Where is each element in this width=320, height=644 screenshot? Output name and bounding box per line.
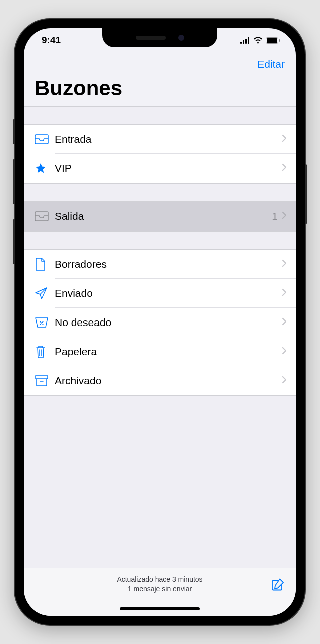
- speaker-grille: [136, 36, 166, 40]
- chevron-right-icon: [282, 134, 287, 144]
- notch: [102, 28, 218, 47]
- mailbox-label: Salida: [55, 210, 272, 222]
- volume-down-button: [13, 219, 15, 264]
- mailbox-label: No deseado: [55, 316, 282, 329]
- updated-text: Actualizado hace 3 minutos: [117, 575, 202, 584]
- svg-rect-1: [243, 40, 244, 44]
- mailbox-inbox[interactable]: Entrada: [24, 125, 296, 154]
- star-icon: [35, 162, 55, 174]
- mailbox-list[interactable]: Entrada VIP: [24, 106, 296, 568]
- mailbox-label: Papelera: [55, 346, 282, 358]
- chevron-right-icon: [282, 259, 287, 269]
- battery-icon: [266, 37, 280, 44]
- svg-rect-7: [36, 135, 48, 144]
- list-group-account: Borradores Enviado: [24, 249, 296, 396]
- compose-icon: [271, 577, 285, 591]
- section-spacer: [24, 231, 296, 249]
- side-button: [305, 164, 307, 224]
- mailbox-label: Archivado: [55, 375, 282, 387]
- chevron-right-icon: [282, 317, 287, 328]
- chevron-right-icon: [282, 288, 287, 298]
- section-spacer: [24, 106, 296, 124]
- toolbar: Actualizado hace 3 minutos 1 mensaje sin…: [24, 568, 296, 602]
- paperplane-icon: [35, 287, 55, 300]
- mailbox-vip[interactable]: VIP: [24, 154, 296, 183]
- chevron-right-icon: [282, 211, 287, 221]
- list-group-primary: Entrada VIP: [24, 124, 296, 183]
- edit-button[interactable]: Editar: [258, 58, 285, 70]
- svg-rect-3: [248, 37, 250, 44]
- svg-rect-5: [267, 38, 278, 43]
- mailbox-archive[interactable]: Archivado: [24, 366, 296, 395]
- junk-icon: [35, 317, 55, 328]
- mailbox-sent[interactable]: Enviado: [24, 279, 296, 308]
- home-indicator[interactable]: [120, 607, 200, 610]
- mailbox-label: Entrada: [55, 133, 282, 145]
- svg-rect-8: [36, 212, 48, 221]
- inbox-tray-icon: [35, 134, 55, 144]
- status-text: Actualizado hace 3 minutos 1 mensaje sin…: [117, 575, 202, 594]
- chevron-right-icon: [282, 163, 287, 173]
- section-spacer: [24, 183, 296, 201]
- mailbox-count: 1: [272, 210, 278, 222]
- mailbox-junk[interactable]: No deseado: [24, 308, 296, 337]
- chevron-right-icon: [282, 347, 287, 357]
- trash-icon: [35, 345, 55, 359]
- chevron-right-icon: [282, 376, 287, 386]
- mailbox-trash[interactable]: Papelera: [24, 337, 296, 366]
- mailbox-label: Enviado: [55, 287, 282, 299]
- front-camera: [178, 35, 184, 41]
- archive-icon: [35, 375, 55, 387]
- svg-rect-6: [279, 39, 280, 42]
- compose-button[interactable]: [271, 577, 285, 593]
- mailbox-drafts[interactable]: Borradores: [24, 250, 296, 279]
- page-title: Buzones: [24, 74, 296, 106]
- empty-space: [24, 396, 296, 461]
- unsent-text: 1 mensaje sin enviar: [117, 584, 202, 594]
- svg-rect-2: [246, 39, 247, 44]
- wifi-icon: [254, 37, 263, 44]
- svg-rect-9: [36, 376, 48, 379]
- screen: 9:41 Editar Buzones: [24, 28, 296, 616]
- list-group-outbox: Salida 1: [24, 201, 296, 231]
- home-indicator-area: [24, 602, 296, 616]
- device-frame: 9:41 Editar Buzones: [15, 19, 305, 625]
- svg-rect-0: [240, 42, 242, 44]
- document-icon: [35, 257, 55, 271]
- nav-bar: Editar: [24, 52, 296, 74]
- mailbox-label: Borradores: [55, 258, 282, 270]
- mailbox-label: VIP: [55, 162, 282, 174]
- cellular-signal-icon: [240, 37, 250, 44]
- mailbox-outbox[interactable]: Salida 1: [24, 202, 296, 231]
- outbox-tray-icon: [35, 211, 55, 221]
